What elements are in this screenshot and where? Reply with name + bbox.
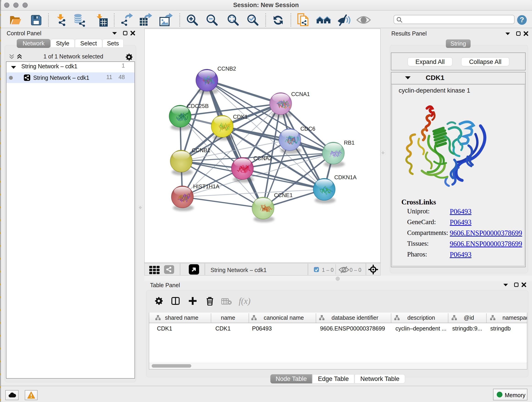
svg-text:CDKN1A: CDKN1A bbox=[334, 174, 356, 180]
svg-text:CCNB1: CCNB1 bbox=[192, 147, 210, 153]
svg-text:CDK1: CDK1 bbox=[233, 114, 248, 120]
svg-text:CDC25B: CDC25B bbox=[187, 103, 209, 109]
svg-text:CDC6: CDC6 bbox=[300, 126, 315, 132]
svg-text:HIST1H1A: HIST1H1A bbox=[193, 183, 220, 190]
svg-text:CCNE1: CCNE1 bbox=[274, 192, 293, 198]
svg-text:RB1: RB1 bbox=[344, 140, 355, 146]
svg-text:CCNA1: CCNA1 bbox=[291, 91, 310, 97]
svg-text:CCNA2: CCNA2 bbox=[253, 155, 272, 161]
svg-text:CCNB2: CCNB2 bbox=[217, 65, 236, 72]
